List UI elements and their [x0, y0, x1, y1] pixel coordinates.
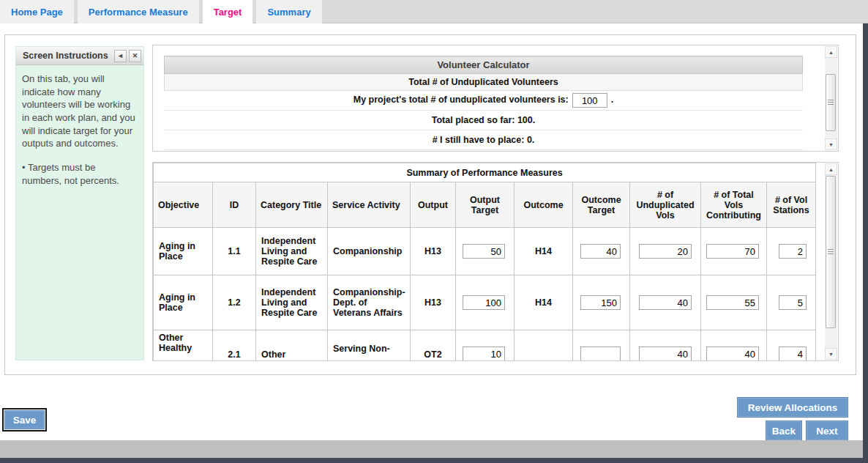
total-volunteers-label: My project's total # of unduplicated vol… — [353, 95, 569, 105]
table-scrollbar[interactable]: ▲ ▼ — [825, 163, 837, 360]
objective-cell: Other Healthy — [154, 330, 213, 361]
screen-instructions-body: On this tab, you will indicate how many … — [16, 65, 143, 194]
tab-home-page[interactable]: Home Page — [0, 0, 74, 23]
save-button[interactable]: Save — [4, 410, 45, 429]
col-output-target: Output Target — [456, 182, 515, 228]
volunteer-calculator-title: Volunteer Calculator — [165, 56, 803, 74]
instructions-paragraph: On this tab, you will indicate how many … — [22, 73, 138, 150]
total-vols-input[interactable] — [706, 244, 759, 259]
output-target-input[interactable] — [463, 295, 505, 310]
vol-stations-input[interactable] — [779, 295, 807, 310]
calculator-scrollbar-thumb[interactable] — [826, 74, 836, 131]
objective-cell: Aging in Place — [154, 275, 213, 330]
outcome-cell: H14 — [515, 228, 573, 275]
instructions-close-button[interactable]: ✕ — [129, 50, 141, 62]
scroll-down-arrow-icon[interactable]: ▼ — [825, 138, 837, 150]
outcome-cell — [515, 330, 573, 361]
main-content-panel: Screen Instructions ◄ ✕ On this tab, you… — [4, 34, 856, 375]
next-button[interactable]: Next — [806, 421, 848, 441]
tab-performance-measure[interactable]: Performance Measure — [78, 0, 199, 23]
tab-target[interactable]: Target — [203, 0, 253, 23]
review-allocations-button[interactable]: Review Allocations — [737, 397, 848, 418]
vol-stations-input[interactable] — [779, 244, 807, 259]
col-service-activity: Service Activity — [328, 182, 411, 228]
calculator-subtitle: Total # of Unduplicated Volunteers — [165, 74, 803, 91]
table-row: Aging in Place 1.2 Independent Living an… — [154, 275, 816, 330]
unduplicated-vols-input[interactable] — [639, 244, 692, 259]
outcome-cell: H14 — [515, 275, 573, 330]
category-title-cell: Independent Living and Respite Care — [256, 275, 328, 330]
col-objective: Objective — [154, 182, 213, 228]
category-title-cell: Other — [256, 330, 328, 361]
left-arrow-icon: ◄ — [117, 52, 124, 59]
scrollbar-grip-icon — [828, 100, 834, 105]
performance-measures-viewport: Summary of Performance Measures Objectiv… — [153, 163, 816, 360]
table-header-row: Objective ID Category Title Service Acti… — [154, 182, 816, 228]
total-volunteers-input[interactable] — [572, 93, 607, 108]
col-vol-stations: # of Vol Stations — [767, 182, 816, 228]
calculator-scrollbar[interactable]: ▲ ▼ — [825, 46, 837, 150]
footer-bar — [0, 440, 863, 458]
col-category-title: Category Title — [256, 182, 328, 228]
col-outcome-target: Outcome Target — [573, 182, 630, 228]
col-id: ID — [213, 182, 256, 228]
volunteer-calculator-table: Volunteer Calculator Total # of Unduplic… — [164, 56, 803, 150]
table-row: Aging in Place 1.1 Independent Living an… — [154, 228, 816, 275]
service-activity-cell: Companionship — [328, 228, 411, 275]
scroll-up-arrow-icon[interactable]: ▲ — [825, 163, 837, 175]
output-cell: H13 — [411, 228, 456, 275]
save-button-focus-ring: Save — [2, 408, 47, 431]
total-placed-text: Total placed so far: 100. — [165, 111, 803, 130]
instructions-note: • Targets must be numbers, not percents. — [22, 161, 138, 187]
screen-instructions-panel: Screen Instructions ◄ ✕ On this tab, you… — [15, 46, 144, 360]
scrollbar-grip-icon — [828, 249, 834, 255]
screen-instructions-header: Screen Instructions ◄ ✕ — [16, 47, 143, 65]
outcome-target-input[interactable] — [580, 347, 621, 360]
col-output: Output — [411, 182, 456, 228]
window-right-edge — [863, 23, 868, 463]
category-title-cell: Independent Living and Respite Care — [256, 228, 328, 275]
id-cell: 1.2 — [213, 275, 256, 330]
output-target-input[interactable] — [463, 347, 505, 360]
objective-cell: Aging in Place — [154, 228, 213, 275]
unduplicated-vols-input[interactable] — [639, 347, 692, 360]
unduplicated-vols-input[interactable] — [639, 295, 692, 310]
screen-instructions-title: Screen Instructions — [23, 51, 108, 61]
total-vols-input[interactable] — [706, 347, 759, 360]
total-volunteers-suffix: . — [611, 95, 613, 105]
tab-strip: Home Page Performance Measure Target Sum… — [0, 0, 868, 23]
total-vols-input[interactable] — [706, 295, 759, 310]
output-cell: H13 — [411, 275, 456, 330]
performance-measures-table: Summary of Performance Measures Objectiv… — [153, 163, 816, 360]
back-button[interactable]: Back — [766, 421, 802, 441]
vol-stations-input[interactable] — [779, 347, 807, 360]
service-activity-cell: Serving Non- — [328, 330, 411, 361]
service-activity-cell: Companionship-Dept. of Veterans Affairs — [328, 275, 411, 330]
scroll-up-arrow-icon[interactable]: ▲ — [825, 46, 837, 58]
instructions-prev-button[interactable]: ◄ — [114, 50, 127, 62]
performance-measures-title: Summary of Performance Measures — [154, 163, 816, 182]
id-cell: 1.1 — [213, 228, 256, 275]
table-scrollbar-thumb[interactable] — [826, 176, 836, 328]
close-icon: ✕ — [132, 52, 138, 59]
col-unduplicated-vols: # of Unduplicated Vols — [630, 182, 701, 228]
volunteer-calculator-section: Volunteer Calculator Total # of Unduplic… — [152, 45, 839, 152]
output-cell: OT2 — [411, 330, 456, 361]
window-bottom-edge — [0, 458, 868, 463]
table-row: Other Healthy 2.1 Other Serving Non- OT2 — [154, 330, 816, 361]
performance-measures-section: Summary of Performance Measures Objectiv… — [152, 162, 839, 361]
scroll-down-arrow-icon[interactable]: ▼ — [825, 348, 837, 360]
col-total-vols-contributing: # of Total Vols Contributing — [701, 182, 767, 228]
output-target-input[interactable] — [463, 244, 505, 259]
col-outcome: Outcome — [515, 182, 573, 228]
id-cell: 2.1 — [213, 330, 256, 361]
outcome-target-input[interactable] — [580, 244, 621, 259]
calculator-total-row: My project's total # of unduplicated vol… — [165, 91, 803, 111]
still-to-place-text: # I still have to place: 0. — [165, 130, 803, 150]
outcome-target-input[interactable] — [580, 295, 621, 310]
tab-summary[interactable]: Summary — [256, 0, 321, 23]
